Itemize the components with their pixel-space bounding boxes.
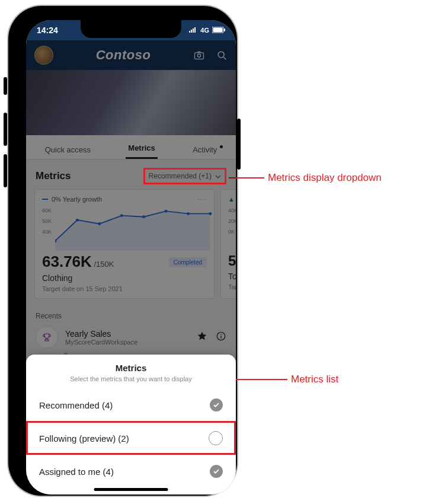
svg-point-14 [120,214,123,217]
svg-point-15 [142,215,145,218]
svg-point-12 [76,219,79,222]
metric-goal: /150K [92,260,114,269]
recent-subtitle: MyScoreCardWorkspace [65,339,137,346]
peek-name: Toys [228,272,236,281]
svg-point-9 [218,52,224,58]
svg-line-10 [223,57,226,59]
status-badge: Completed [169,257,207,267]
legend-line-icon [42,199,48,200]
metrics-display-dropdown[interactable]: Recommended (+1) [143,168,226,184]
sparkline-chart: 60K 50K 40K [42,205,207,251]
tab-quick-access[interactable]: Quick access [43,145,93,159]
metrics-title: Metrics [36,170,71,182]
option-assigned[interactable]: Assigned to me (4) [26,455,236,487]
peek-value: 53 [228,253,236,269]
metric-value: 63.76K [42,253,92,271]
phone-frame: 14:24 4G Contoso [8,6,237,496]
search-icon[interactable] [216,49,228,61]
option-recommended[interactable]: Recommended (4) [26,388,236,421]
chevron-down-icon [215,173,221,179]
signal-icon [189,27,197,34]
recents-label: Recents [36,312,226,320]
activity-dot-icon [220,145,223,148]
svg-point-17 [187,212,190,215]
callout-label: Metrics display dropdown [268,172,382,184]
svg-rect-3 [194,27,196,33]
trophy-icon [36,326,58,349]
check-off-icon [209,431,223,445]
recent-title: Yearly Sales [65,329,137,339]
tab-metrics[interactable]: Metrics [126,143,158,159]
option-following[interactable]: Following (preview) (2) [26,421,236,455]
callout-label: Metrics list [291,374,338,385]
sheet-subtitle: Select the metrics that you want to disp… [26,375,236,382]
metrics-cards: 0% Yearly growth ··· 60K 50K 40K [26,189,236,307]
svg-point-16 [165,210,168,213]
svg-rect-7 [194,53,203,59]
svg-rect-5 [213,27,223,32]
metric-card-toys[interactable]: ▲ 76 40K 20K 0K 53 Toys Target [220,189,236,299]
metric-card-clothing[interactable]: 0% Yearly growth ··· 60K 50K 40K [34,189,215,299]
metric-name: Clothing [42,273,207,283]
app-header: Contoso [26,40,236,70]
metrics-list-sheet: Metrics Select the metrics that you want… [26,355,236,495]
y-tick: 0K [228,229,235,235]
tab-bar: Quick access Metrics Activity [26,135,236,160]
check-on-icon [210,465,223,478]
svg-point-13 [98,222,101,225]
battery-icon [212,27,225,34]
y-tick: 20K [228,218,236,224]
hero-banner [26,70,236,135]
brand-title: Contoso [96,47,151,63]
y-tick: 40K [42,229,52,235]
home-indicator[interactable] [94,488,168,491]
check-on-icon [210,398,223,412]
y-tick: 40K [228,208,236,213]
svg-rect-0 [189,31,190,33]
screen: 14:24 4G Contoso [26,20,236,495]
status-time: 14:24 [37,25,58,35]
callout-dropdown: Metrics display dropdown [229,172,382,184]
option-label: Assigned to me (4) [39,467,114,477]
tab-activity-label: Activity [193,145,217,154]
network-label: 4G [200,27,209,34]
metrics-header-row: Metrics Recommended (+1) [26,160,236,189]
y-tick: 60K [42,208,52,213]
option-label: Recommended (4) [39,400,113,410]
legend-label: 0% Yearly growth [52,196,102,203]
recent-item[interactable]: Yearly Sales MyScoreCardWorkspace [36,326,226,349]
tab-activity[interactable]: Activity [190,145,219,159]
info-icon[interactable] [216,331,226,344]
svg-point-21 [220,334,222,335]
avatar[interactable] [34,46,53,65]
camera-icon[interactable] [193,49,205,61]
sheet-title: Metrics [26,363,236,373]
star-icon[interactable] [197,331,207,344]
svg-rect-6 [224,28,225,31]
metric-target-date: Target date on 15 Sep 2021 [42,285,207,292]
y-tick: 50K [42,218,52,224]
svg-point-8 [197,54,200,57]
card-more-icon[interactable]: ··· [198,196,207,203]
svg-rect-2 [193,28,194,33]
dropdown-label: Recommended (+1) [149,172,212,180]
svg-rect-1 [191,30,192,33]
option-label: Following (preview) (2) [39,433,129,444]
callout-list: Metrics list [234,374,338,385]
notch [81,20,181,38]
peek-target: Target [228,283,236,291]
svg-point-18 [209,212,212,215]
